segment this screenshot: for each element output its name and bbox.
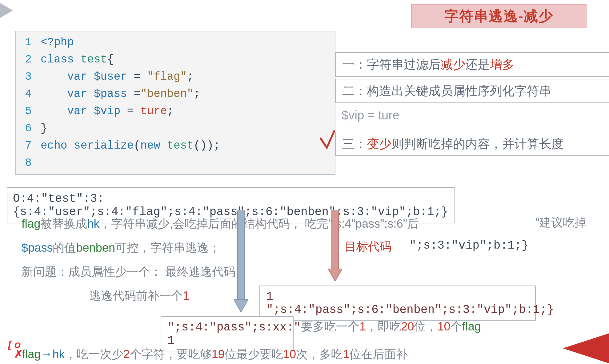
step-3-post: 则判断吃掉的内容，并计算长度 [391, 137, 564, 150]
code-line-3: 3 var $user = "flag"; [16, 68, 335, 86]
step-1-mid: 还是 [465, 58, 490, 71]
suggest-text: "建议吃掉 [535, 215, 587, 230]
arrow-icon: → [41, 348, 52, 361]
svg-rect-0 [238, 210, 244, 300]
line-number: 7 [16, 137, 41, 154]
digit: 10 [283, 348, 296, 361]
code-text: echo serialize(new test()); [41, 137, 220, 154]
step-vip-hint: $vip = ture [335, 105, 609, 125]
text: 位， [414, 320, 437, 333]
target-label: 目标代码 [345, 239, 391, 254]
code-line-8: 8 [16, 154, 335, 172]
line-number: 4 [16, 86, 41, 103]
after-escape-text: 要多吃一个1，即吃20位，10个flag [301, 319, 481, 334]
svg-rect-2 [332, 210, 339, 269]
step-1-red-decrease: 减少 [441, 58, 465, 71]
arrow-down-blue-icon [234, 210, 248, 312]
decoration-bottomright-triangle [563, 332, 609, 364]
step-3-pre: 三： [342, 137, 367, 150]
decoration-topleft-triangle [0, 2, 13, 19]
digit: 20 [401, 320, 414, 333]
php-code-block: 1 <?php 2 class test{ 3 var $user = "fla… [15, 31, 335, 175]
code-text: var $user = "flag"; [41, 68, 194, 86]
digit: 10 [437, 320, 450, 333]
text: 个字符，要吃够 [130, 348, 212, 361]
line-number: 3 [16, 68, 41, 86]
code-line-4: 4 var $pass ="benben"; [16, 86, 335, 103]
digit: 1 [343, 348, 349, 361]
svg-marker-3 [328, 269, 342, 281]
code-text [41, 154, 47, 172]
code-line-1: 1 <?php [16, 34, 335, 51]
code-line-6: 6 } [16, 120, 335, 137]
text: ，吃一次少 [65, 348, 123, 361]
code-text: <?php [41, 34, 74, 51]
token-flag: flag [22, 348, 41, 361]
code-line-7: 7 echo serialize(new test()); [16, 137, 335, 154]
text: 要多吃一个 [301, 320, 359, 333]
code-line-5: 5 var $vip = ture; [16, 103, 335, 120]
line-number: 1 [16, 34, 41, 51]
text: ，即吃 [366, 320, 401, 333]
code-text: } [41, 120, 47, 137]
text: 的值 [53, 241, 76, 254]
text: 后 [407, 217, 419, 230]
token-hk: hk [87, 217, 99, 230]
text: 位在后面补 [349, 348, 408, 361]
explain-line-1: flag被替换成hk，字符串减少,会吃掉后面的结构代码， 吃完";s:4"pas… [22, 215, 606, 233]
step-3-red: 变少 [367, 137, 391, 150]
code-line-2: 2 class test{ [16, 51, 335, 68]
text: ，字符串减少,会吃掉后面的结构代码， 吃完 [99, 217, 328, 230]
code-text: var $vip = ture; [41, 103, 174, 120]
line-number: 6 [16, 120, 41, 137]
text: 个 [451, 320, 462, 333]
token-benben: benben [76, 241, 115, 254]
step-1-text-pre: 一：字符串过滤后 [342, 58, 441, 71]
text: 次，多吃 [296, 348, 343, 361]
step-1-row: 一：字符串过滤后减少还是增多 [335, 52, 609, 77]
code-text: class test{ [41, 51, 114, 68]
escape-code-box-1: 1 ";s:4:"pass";s:6:"benben";s:3:"vip";b:… [259, 286, 536, 321]
digit-one: 1 [183, 289, 189, 302]
line-number: 8 [16, 154, 41, 172]
explain-line-3: 新问题：成员属性少一个： 最终逃逸代码 [22, 263, 606, 281]
code-text: var $pass ="benben"; [41, 86, 200, 103]
token-hk: hk [52, 348, 65, 361]
token-flag: flag [462, 320, 481, 333]
token-flag: flag [22, 217, 40, 230]
line-number: 2 [16, 51, 41, 68]
target-code: ";s:3:"vip";b:1;} [409, 239, 529, 252]
digit: 2 [123, 348, 130, 361]
escape-code-box-2: ";s:4:"pass";s:xx:" 1 [161, 316, 294, 351]
digit: 19 [212, 348, 225, 361]
step-1-red-increase: 增多 [490, 58, 515, 71]
line-number: 5 [16, 103, 41, 120]
text: 位最少要吃 [225, 348, 283, 361]
slide-title: 字符串逃逸-减少 [411, 4, 587, 28]
bottom-summary: flag→hk，吃一次少2个字符，要吃够19位最少要吃10次，多吃1位在后面补 [15, 346, 408, 362]
svg-marker-1 [234, 300, 248, 312]
arrow-down-red-icon [328, 210, 342, 281]
text: 逃逸代码前补一个 [89, 289, 183, 302]
step-3-row: 三：变少则判断吃掉的内容，并计算长度 [335, 132, 609, 156]
token-pass: $pass [22, 241, 53, 254]
text: 可控，字符串逃逸； [115, 241, 220, 254]
digit: 1 [359, 320, 366, 333]
step-2-row: 二：构造出关键成员属性序列化字符串 [335, 79, 609, 103]
text: 被替换成 [40, 217, 87, 230]
